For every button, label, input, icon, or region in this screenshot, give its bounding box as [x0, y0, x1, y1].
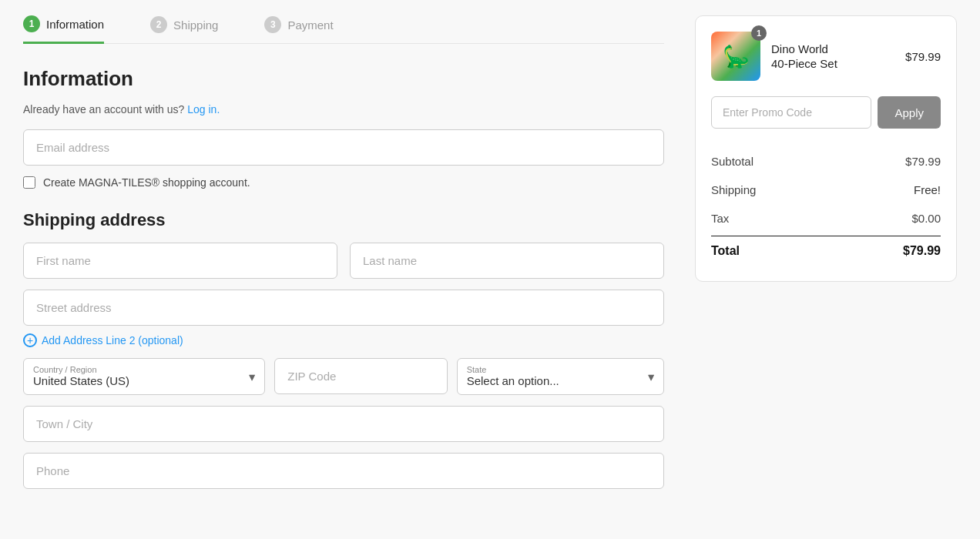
- zip-input[interactable]: [274, 358, 447, 394]
- login-link[interactable]: Log in.: [187, 103, 220, 116]
- page-title: Information: [23, 67, 664, 91]
- promo-row: Apply: [711, 96, 941, 129]
- street-row: [23, 290, 664, 326]
- login-prompt: Already have an account with us? Log in.: [23, 103, 664, 116]
- tax-label: Tax: [711, 212, 729, 225]
- subtotal-label: Subtotal: [711, 155, 753, 168]
- product-info: Dino World40-Piece Set: [771, 42, 894, 72]
- first-name-input[interactable]: [23, 243, 337, 279]
- subtotal-value: $79.99: [905, 155, 941, 168]
- step-label-payment: Payment: [287, 18, 333, 32]
- city-row: [23, 406, 664, 442]
- main-content: 1 Information 2 Shipping 3 Payment Infor…: [23, 15, 664, 524]
- order-card: 🦕 1 Dino World40-Piece Set $79.99 Apply …: [695, 15, 957, 282]
- product-image: 🦕: [711, 32, 760, 81]
- shipping-address-title: Shipping address: [23, 210, 664, 230]
- state-value: Select an option...: [467, 374, 559, 387]
- total-label: Total: [711, 244, 740, 258]
- country-select[interactable]: Country / Region United States (US) ▾: [23, 358, 265, 395]
- tax-value: $0.00: [911, 212, 941, 225]
- state-wrapper: State Select an option... ▾: [457, 358, 664, 395]
- add-line2-label: Add Address Line 2 (optional): [42, 334, 183, 346]
- shipping-row: Shipping Free!: [711, 176, 941, 204]
- country-wrapper: Country / Region United States (US) ▾: [23, 358, 265, 395]
- state-chevron-icon: ▾: [648, 370, 654, 384]
- shipping-label: Shipping: [711, 183, 756, 196]
- add-address-line2-link[interactable]: + Add Address Line 2 (optional): [23, 333, 664, 347]
- country-label: Country / Region: [33, 365, 238, 374]
- apply-promo-button[interactable]: Apply: [878, 96, 941, 129]
- tax-row: Tax $0.00: [711, 204, 941, 233]
- country-zip-state-row: Country / Region United States (US) ▾ St…: [23, 358, 664, 395]
- total-value: $79.99: [903, 244, 941, 258]
- total-row: Total $79.99: [711, 236, 941, 266]
- step-information[interactable]: 1 Information: [23, 15, 104, 44]
- shipping-value: Free!: [914, 183, 941, 196]
- product-image-container: 🦕 1: [711, 32, 760, 81]
- city-input[interactable]: [23, 406, 664, 442]
- product-price: $79.99: [905, 50, 941, 63]
- checkout-steps: 1 Information 2 Shipping 3 Payment: [23, 15, 664, 44]
- promo-code-input[interactable]: [711, 96, 871, 129]
- step-label-information: Information: [46, 18, 104, 31]
- country-value: United States (US): [33, 374, 129, 387]
- zip-wrapper: [274, 358, 447, 395]
- product-row: 🦕 1 Dino World40-Piece Set $79.99: [711, 32, 941, 81]
- email-input[interactable]: [23, 129, 664, 166]
- country-chevron-icon: ▾: [249, 370, 255, 384]
- step-label-shipping: Shipping: [173, 18, 218, 32]
- state-label: State: [467, 365, 637, 374]
- street-input[interactable]: [23, 290, 664, 326]
- product-name: Dino World40-Piece Set: [771, 42, 894, 72]
- step-payment[interactable]: 3 Payment: [264, 16, 333, 42]
- step-number-3: 3: [264, 16, 281, 33]
- create-account-row: Create MAGNA-TILES® shopping account.: [23, 176, 664, 189]
- phone-input[interactable]: [23, 453, 664, 489]
- step-number-2: 2: [150, 16, 167, 33]
- plus-circle-icon: +: [23, 333, 37, 347]
- phone-row: [23, 453, 664, 489]
- create-account-label: Create MAGNA-TILES® shopping account.: [43, 176, 250, 189]
- last-name-input[interactable]: [350, 243, 664, 279]
- step-number-1: 1: [23, 15, 40, 32]
- step-shipping[interactable]: 2 Shipping: [150, 16, 218, 42]
- subtotal-row: Subtotal $79.99: [711, 147, 941, 176]
- order-sidebar: 🦕 1 Dino World40-Piece Set $79.99 Apply …: [695, 15, 957, 524]
- state-select[interactable]: State Select an option... ▾: [457, 358, 664, 395]
- quantity-badge: 1: [751, 25, 767, 41]
- create-account-checkbox[interactable]: [23, 176, 35, 189]
- name-row: [23, 243, 664, 279]
